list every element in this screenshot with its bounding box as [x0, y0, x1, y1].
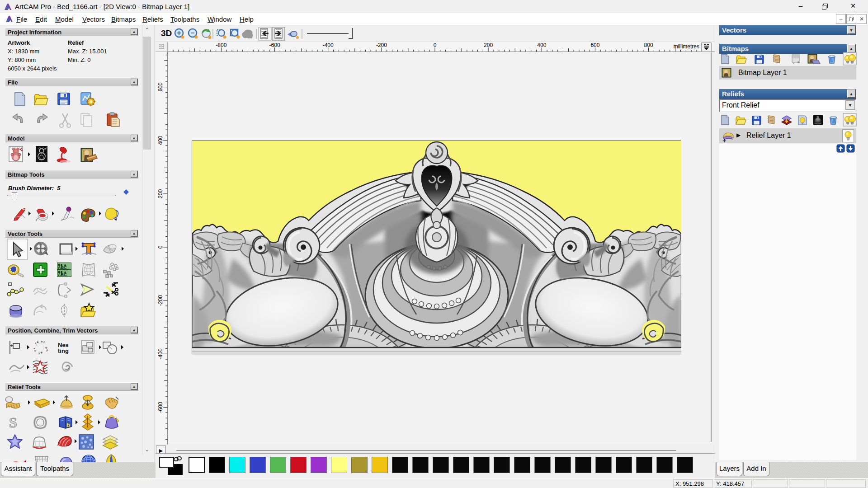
svg-text:+: +: [722, 136, 726, 144]
svg-text:-200: -200: [157, 295, 164, 306]
svg-text:800: 800: [644, 42, 653, 48]
svg-text:millimetres: millimetres: [674, 43, 699, 50]
svg-text:0: 0: [157, 245, 164, 249]
svg-text:400: 400: [157, 136, 164, 145]
svg-text:200: 200: [157, 189, 164, 198]
svg-text:600: 600: [590, 42, 599, 48]
svg-text:-400: -400: [323, 42, 334, 48]
svg-text:0: 0: [434, 42, 437, 48]
svg-text:-600: -600: [157, 402, 164, 413]
svg-text:600: 600: [157, 82, 164, 91]
svg-text:-200: -200: [376, 42, 387, 48]
svg-text:200: 200: [484, 42, 493, 48]
svg-text:400: 400: [537, 42, 546, 48]
svg-text:-600: -600: [269, 42, 280, 48]
svg-text:-800: -800: [216, 42, 226, 48]
svg-text:-400: -400: [157, 348, 164, 359]
